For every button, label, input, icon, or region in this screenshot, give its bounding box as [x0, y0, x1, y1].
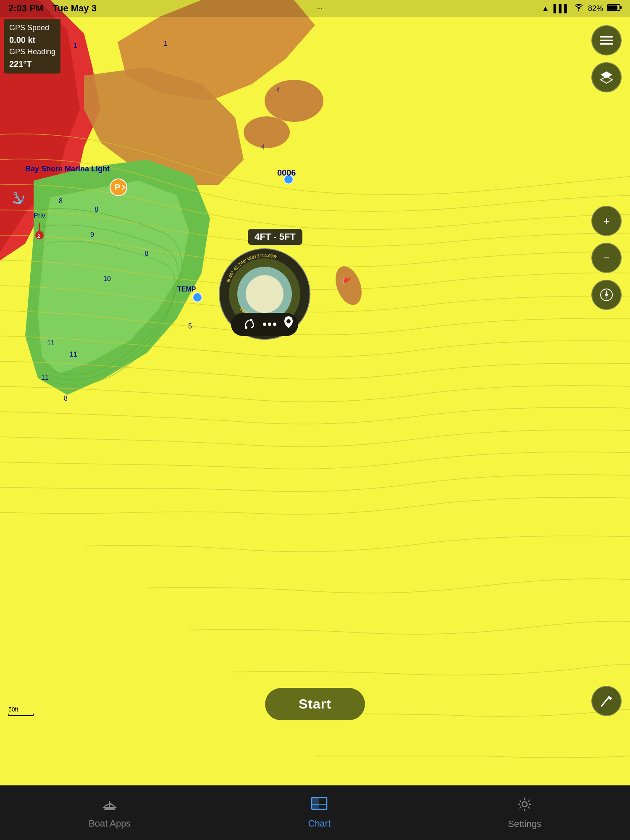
depth-8a: 8 — [59, 197, 63, 205]
depth-tooltip: 4FT - 5FT — [248, 229, 302, 245]
svg-point-42 — [522, 802, 527, 807]
svg-point-2 — [244, 116, 290, 148]
layers-button[interactable] — [591, 62, 622, 92]
gps-heading-label: GPS Heading — [9, 46, 55, 58]
gps-heading-value: 221°T — [9, 58, 55, 70]
depth-11c: 11 — [41, 374, 49, 381]
depth-8d: 8 — [64, 395, 68, 402]
boat-apps-label: Boat Apps — [89, 818, 131, 829]
bottom-nav: Boat Apps Chart Settings — [0, 785, 630, 840]
temp-label: TEMP — [177, 286, 196, 293]
menu-button[interactable] — [591, 25, 622, 55]
depth-4b: 4 — [261, 144, 265, 151]
svg-marker-25 — [601, 71, 612, 78]
svg-line-31 — [602, 697, 609, 705]
depth-1b: 1 — [164, 40, 168, 47]
waypoint-0006-label: 0006 — [277, 168, 296, 178]
svg-rect-36 — [620, 6, 622, 9]
svg-rect-5 — [39, 223, 40, 233]
svg-rect-24 — [600, 43, 613, 45]
svg-point-1 — [265, 80, 323, 122]
gps-speed-value: 0.00 kt — [9, 34, 55, 46]
depth-8c: 8 — [145, 250, 149, 257]
svg-rect-23 — [600, 40, 613, 42]
wifi-icon — [574, 4, 584, 13]
radial-dial[interactable]: N 40° 42.700' W073°14.078' 14.9 nm 221° — [218, 248, 311, 340]
gps-speed-label: GPS Speed — [9, 22, 55, 34]
status-dots: ··· — [316, 4, 322, 13]
signal-bars: ▌▌▌ — [554, 4, 570, 13]
svg-point-19 — [268, 323, 271, 326]
status-center: ··· — [316, 4, 322, 13]
svg-point-12 — [246, 275, 284, 313]
battery-percent: 82% — [588, 4, 603, 13]
compass-button[interactable] — [591, 280, 622, 310]
svg-line-33 — [601, 705, 602, 706]
battery-icon — [607, 4, 622, 13]
svg-point-18 — [263, 323, 266, 326]
temp-waypoint-dot[interactable] — [192, 292, 202, 302]
waypoint-pin-icon[interactable]: P — [110, 178, 126, 195]
depth-4a: 4 — [276, 87, 280, 94]
depth-8b: 8 — [94, 206, 98, 213]
svg-point-17 — [250, 319, 252, 321]
red-buoy-2: 2 — [34, 223, 45, 242]
depth-10: 10 — [103, 275, 111, 283]
blue-flag-marker: 🚩 — [342, 277, 352, 286]
svg-point-20 — [273, 323, 276, 326]
svg-point-21 — [286, 319, 291, 323]
settings-label: Settings — [508, 819, 541, 830]
svg-rect-35 — [608, 5, 617, 10]
bayshore-label: Bay Shore Marina Light — [25, 165, 110, 173]
location-icon: ▲ — [542, 4, 549, 13]
depth-11a: 11 — [47, 339, 55, 347]
scale-line — [8, 714, 34, 716]
svg-rect-40 — [312, 798, 319, 809]
scale-label: 50ft — [8, 706, 18, 713]
status-time: 2:03 PM — [8, 3, 43, 14]
svg-text:2: 2 — [37, 234, 40, 239]
start-button[interactable]: Start — [265, 688, 365, 720]
status-bar: 2:03 PM Tue May 3 ··· ▲ ▌▌▌ 82% — [0, 0, 630, 17]
status-right: ▲ ▌▌▌ 82% — [542, 4, 622, 13]
nav-settings[interactable]: Settings — [508, 796, 541, 830]
depth-1a: 1 — [74, 42, 77, 50]
svg-rect-22 — [600, 36, 613, 38]
nav-boat-apps[interactable]: Boat Apps — [89, 797, 131, 829]
depth-11b: 11 — [70, 351, 77, 358]
zoom-in-button[interactable]: + — [591, 206, 622, 236]
gps-info-box: GPS Speed 0.00 kt GPS Heading 221°T — [4, 19, 60, 74]
svg-point-30 — [605, 294, 608, 296]
map-view[interactable]: GPS Speed 0.00 kt GPS Heading 221°T Bay … — [0, 0, 630, 785]
depth-9: 9 — [90, 231, 94, 239]
zoom-out-button[interactable]: − — [591, 243, 622, 273]
svg-text:P: P — [115, 183, 120, 192]
pencil-button[interactable] — [591, 686, 622, 716]
chart-icon — [311, 797, 328, 816]
svg-point-16 — [245, 326, 247, 329]
status-date: Tue May 3 — [52, 3, 97, 14]
settings-icon — [517, 796, 533, 816]
depth-5: 5 — [188, 323, 192, 330]
nav-chart[interactable]: Chart — [308, 797, 331, 829]
boat-apps-icon — [101, 797, 118, 816]
scale-bar: 50ft — [8, 706, 34, 716]
priv-label: Priv — [34, 212, 45, 220]
chart-label: Chart — [308, 818, 331, 829]
